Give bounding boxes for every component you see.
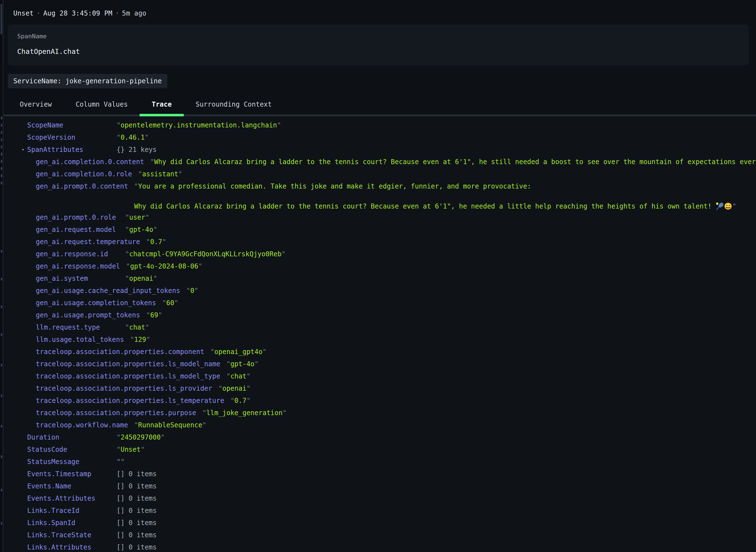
row-key: Links.TraceState: [27, 529, 111, 541]
scrollbar-tick: [1, 153, 2, 155]
quote-mark: ": [125, 250, 129, 258]
left-scrollbar[interactable]: [0, 0, 3, 552]
tree-row: gen_ai.completion.0.content"Why did Carl…: [4, 156, 756, 168]
quote-mark: ": [134, 421, 138, 429]
tree-row: gen_ai.prompt.0.content"You are a profes…: [4, 180, 756, 211]
row-value: "assistant": [138, 168, 182, 180]
quote-mark: ": [153, 226, 157, 234]
row-key: StatusMessage: [27, 456, 111, 468]
tree-row[interactable]: ▾SpanAttributes{} 21 keys: [4, 144, 756, 156]
row-meta: [] 0 items: [117, 541, 157, 552]
spanname-label: SpanName: [17, 33, 739, 40]
row-value: "You are a professional comedian. Take t…: [134, 180, 736, 211]
row-value-text: RunnableSequence: [138, 421, 202, 429]
servicename-badge[interactable]: ServiceName: joke-generation-pipeline: [8, 74, 167, 88]
quote-mark: ": [194, 287, 198, 295]
tree-row: Links.TraceState[] 0 items: [4, 529, 756, 541]
quote-mark: ": [145, 214, 149, 221]
row-value: "gpt-4o-2024-08-06": [126, 260, 202, 272]
quote-mark: ": [134, 182, 138, 190]
scrollbar-tick: [1, 305, 2, 308]
quote-mark: ": [146, 311, 150, 319]
row-key: traceloop.association.properties.ls_prov…: [36, 382, 212, 395]
row-key: traceloop.association.properties.ls_mode…: [36, 370, 220, 382]
row-value-text: assistant: [142, 170, 178, 178]
row-key: Events.Attributes: [27, 492, 111, 505]
row-value-text: gpt-4o: [230, 360, 254, 368]
row-value: "chat": [125, 321, 149, 333]
row-key: llm.request.type: [36, 321, 119, 333]
scrollbar-tick: [1, 394, 2, 397]
row-key: Links.SpanId: [27, 517, 111, 529]
row-meta: [] 0 items: [117, 480, 157, 492]
row-value-text: opentelemetry.instrumentation.langchain: [121, 121, 277, 129]
tree-row: Events.Attributes[] 0 items: [4, 492, 756, 505]
quote-mark: ": [162, 238, 166, 246]
row-value-text: You are a professional comedian. Take th…: [134, 182, 732, 210]
row-value-text: gpt-4o-2024-08-06: [130, 262, 198, 270]
row-meta: {} 21 keys: [117, 144, 157, 156]
row-value: "llm_joke_generation": [202, 407, 287, 419]
row-value-text: 0: [190, 287, 194, 295]
quote-mark: ": [125, 323, 129, 331]
row-value: "Unset": [117, 443, 145, 456]
scrollbar-tick: [1, 333, 2, 336]
row-key: gen_ai.usage.prompt_tokens: [36, 309, 140, 321]
tab-column-values[interactable]: Column Values: [64, 96, 140, 114]
row-key: Links.TraceId: [27, 505, 111, 517]
row-key: traceloop.workflow.name: [36, 419, 128, 431]
quote-mark: ": [732, 202, 736, 210]
row-value-text: openai: [129, 275, 153, 282]
row-key: gen_ai.response.model: [36, 260, 120, 272]
row-key: Links.Attributes: [27, 541, 111, 552]
row-value: "openai": [125, 272, 157, 285]
row-meta: [] 0 items: [117, 468, 157, 480]
quote-mark: ": [246, 385, 250, 392]
row-value-text: 2450297000: [121, 433, 161, 441]
timestamp: Aug 28 3:45:09 PM: [43, 9, 113, 17]
scrollbar-tick: [1, 138, 2, 141]
tree-row: Duration"2450297000": [4, 431, 756, 443]
scrollbar-thumb[interactable]: [1, 4, 2, 34]
quote-mark: ": [230, 397, 234, 405]
scrollbar-tick: [1, 124, 2, 127]
row-value-text: chat: [129, 323, 145, 331]
row-key: gen_ai.request.model: [36, 224, 119, 236]
row-value: "60": [162, 297, 178, 309]
row-key: traceloop.association.properties.ls_temp…: [36, 395, 224, 407]
tab-trace[interactable]: Trace: [140, 96, 183, 114]
scrollbar-tick: [1, 455, 2, 458]
quote-mark: ": [254, 360, 258, 368]
row-value-text: openai: [222, 385, 246, 392]
quote-mark: ": [117, 121, 121, 129]
quote-mark: ": [246, 372, 250, 380]
row-value: "gpt-4o": [226, 358, 259, 370]
tab-overview[interactable]: Overview: [8, 96, 64, 114]
chevron-down-icon[interactable]: ▾: [22, 144, 24, 156]
row-meta: [] 0 items: [117, 505, 157, 517]
row-key: llm.usage.total_tokens: [36, 333, 124, 346]
empty-string-value: "": [117, 456, 125, 468]
dot-separator: ·: [113, 9, 122, 17]
row-meta: [] 0 items: [117, 492, 157, 505]
row-key: gen_ai.usage.completion_tokens: [36, 297, 156, 309]
quote-mark: ": [202, 421, 206, 429]
scrollbar-tick: [1, 181, 2, 184]
trace-attributes-tree: ScopeName"opentelemetry.instrumentation.…: [4, 116, 756, 552]
quote-mark: ": [202, 409, 206, 417]
quote-mark: ": [282, 409, 287, 417]
row-meta: [] 0 items: [117, 517, 157, 529]
quote-mark: ": [262, 348, 266, 356]
tree-row: traceloop.workflow.name"RunnableSequence…: [4, 419, 756, 431]
quote-mark: ": [145, 323, 149, 331]
tab-surrounding-context[interactable]: Surrounding Context: [184, 96, 284, 114]
row-value: "0.7": [230, 395, 250, 407]
tree-row: gen_ai.usage.prompt_tokens"69": [4, 309, 756, 321]
scrollbar-tick: [1, 425, 2, 428]
dot-separator: ·: [34, 9, 43, 17]
quote-mark: ": [126, 262, 130, 270]
span-detail-panel: Unset·Aug 28 3:45:09 PM·5m ago SpanName …: [4, 0, 756, 552]
row-value-text: 0.7: [150, 238, 162, 246]
quote-mark: ": [153, 275, 157, 282]
row-value: "0.46.1": [117, 131, 149, 144]
